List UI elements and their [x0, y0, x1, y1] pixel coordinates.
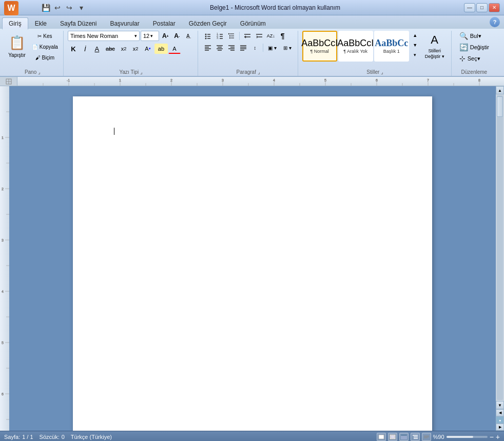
multilevel-button[interactable]	[226, 31, 237, 41]
font-expand-icon[interactable]: ⌟	[140, 69, 143, 75]
tab-giris[interactable]: Giriş	[2, 17, 28, 30]
style-scroll-up[interactable]: ▲	[410, 31, 420, 40]
styles-expand-icon[interactable]: ⌟	[381, 69, 383, 75]
svg-rect-97	[401, 434, 407, 436]
main-area: 1 2 3 4 5 6 7 ▲ ▼	[0, 86, 504, 431]
svg-rect-95	[391, 435, 395, 438]
style-no-spacing[interactable]: AaBbCcI ¶ Aralık Yok	[338, 31, 373, 62]
align-right-button[interactable]	[226, 43, 237, 53]
select-button[interactable]: ⊹ Seç▾	[456, 53, 484, 64]
words-label: Sözcük:	[40, 434, 60, 440]
minimize-button[interactable]: —	[464, 3, 475, 12]
zoom-slider[interactable]	[447, 436, 488, 438]
svg-text:3.: 3.	[217, 36, 219, 39]
scroll-next-page-button[interactable]: ▶	[496, 424, 504, 431]
zoom-out-button[interactable]: −	[490, 433, 494, 440]
scroll-thumb[interactable]	[497, 96, 503, 117]
scroll-up-button[interactable]: ▲	[496, 86, 504, 94]
tab-basvurular[interactable]: Başvurular	[103, 17, 146, 29]
view-outline-button[interactable]	[411, 433, 420, 441]
font-name-box[interactable]: Times New Roman ▾	[68, 31, 140, 41]
text-effects-button[interactable]: A▾	[142, 44, 154, 54]
view-print-button[interactable]	[377, 433, 386, 441]
find-button[interactable]: 🔍 Bul▾	[456, 31, 485, 41]
maximize-button[interactable]: □	[476, 3, 488, 12]
align-left-button[interactable]	[202, 43, 214, 53]
replace-button[interactable]: 🔄 Değiştir	[456, 42, 493, 52]
clipboard-expand-icon[interactable]: ⌟	[38, 69, 41, 75]
tab-sayfa-duzeni[interactable]: Sayfa Düzeni	[53, 17, 103, 29]
para-separator-2	[263, 44, 263, 52]
language-info[interactable]: Türkçe (Türkiye)	[71, 434, 112, 440]
scroll-track[interactable]	[497, 95, 503, 400]
tab-goruntum[interactable]: Görünüm	[234, 17, 273, 29]
redo-quick-button[interactable]: ↪	[64, 3, 74, 13]
title-bar: W 💾 ↩ ↪ ▾ Belge1 - Microsoft Word ticari…	[0, 0, 504, 15]
paragraph-expand-icon[interactable]: ⌟	[258, 69, 260, 75]
document-page[interactable]	[73, 96, 432, 431]
undo-quick-button[interactable]: ↩	[52, 3, 63, 13]
select-browse-button[interactable]: ●	[496, 416, 504, 424]
clipboard-small-btns: ✂ Kes 📄 Kopyala 🖌 Biçim	[30, 31, 60, 63]
paste-button[interactable]: 📋 Yapıştır	[5, 31, 29, 62]
align-center-button[interactable]	[214, 43, 225, 53]
editing-group: 🔍 Bul▾ 🔄 Değiştir ⊹ Seç▾ Düzenleme	[453, 31, 496, 76]
justify-button[interactable]	[238, 43, 249, 53]
format-painter-button[interactable]: 🖌 Biçim	[30, 52, 60, 63]
ruler-corner[interactable]	[0, 77, 17, 86]
cut-button[interactable]: ✂ Kes	[30, 31, 60, 41]
tab-postalar[interactable]: Postalar	[146, 17, 182, 29]
change-styles-button[interactable]: A StilleriDeğiştir ▾	[421, 31, 448, 62]
zoom-in-button[interactable]: +	[496, 433, 500, 440]
bold-button[interactable]: K	[68, 44, 79, 54]
line-spacing-button[interactable]: ↕	[249, 43, 261, 53]
borders-button[interactable]: ⊞ ▾	[280, 43, 295, 53]
qa-dropdown-button[interactable]: ▾	[76, 3, 86, 13]
underline-button[interactable]: A	[91, 44, 103, 54]
svg-rect-96	[401, 435, 407, 439]
font-group-inner: Times New Roman ▾ 12 ▾ A+ A- A K İ	[68, 31, 195, 68]
decrease-indent-button[interactable]	[242, 31, 253, 41]
svg-text:1: 1	[2, 136, 4, 139]
words-value: 0	[62, 434, 65, 440]
increase-indent-button[interactable]	[254, 31, 265, 41]
bullets-button[interactable]	[202, 31, 214, 41]
view-fullscreen-button[interactable]	[388, 433, 397, 441]
scroll-prev-page-button[interactable]: ◀	[496, 409, 504, 416]
tab-gozden-gecir[interactable]: Gözden Geçir	[182, 17, 234, 29]
vertical-ruler: 1 2 3 4 5 6 7	[0, 86, 9, 431]
font-color-button[interactable]: A	[168, 44, 181, 54]
sort-button[interactable]: AZ↓	[265, 31, 277, 41]
italic-button[interactable]: İ	[80, 44, 91, 54]
tab-ekle[interactable]: Ekle	[28, 17, 53, 29]
quick-access-toolbar: 💾 ↩ ↪ ▾	[23, 3, 86, 13]
highlight-button[interactable]: ab	[154, 44, 168, 54]
scroll-down-button[interactable]: ▼	[496, 401, 504, 409]
font-size-box[interactable]: 12 ▾	[141, 31, 159, 41]
numbering-button[interactable]: 1. 2. 3.	[214, 31, 225, 41]
style-normal[interactable]: AaBbCcI ¶ Normal	[302, 31, 337, 62]
copy-button[interactable]: 📄 Kopyala	[30, 42, 60, 52]
page-value: 1 / 1	[22, 434, 33, 440]
increase-font-btn[interactable]: A+	[160, 31, 171, 41]
clear-format-btn[interactable]: A	[183, 31, 195, 41]
office-button[interactable]: W	[4, 1, 18, 15]
shading-button[interactable]: ▣ ▾	[265, 43, 280, 53]
svg-text:1: 1	[119, 78, 121, 82]
zoom-slider-fill	[447, 436, 473, 438]
strikethrough-button[interactable]: abc	[103, 44, 118, 54]
document-area[interactable]	[9, 86, 496, 431]
superscript-button[interactable]: x2	[130, 44, 141, 54]
view-web-button[interactable]	[399, 433, 409, 441]
status-bar-right: %90 − +	[377, 433, 500, 441]
style-gallery-expand[interactable]: ▾	[410, 50, 420, 59]
style-scroll-down[interactable]: ▼	[410, 41, 420, 50]
show-marks-button[interactable]: ¶	[277, 31, 288, 41]
help-button[interactable]: ?	[490, 17, 500, 27]
save-quick-button[interactable]: 💾	[41, 3, 51, 13]
close-button[interactable]: ✕	[489, 3, 500, 12]
subscript-button[interactable]: x2	[118, 44, 129, 54]
style-heading1[interactable]: AaBbCc Başlık 1	[374, 31, 409, 62]
decrease-font-btn[interactable]: A-	[172, 31, 182, 41]
view-draft-button[interactable]	[422, 433, 431, 441]
